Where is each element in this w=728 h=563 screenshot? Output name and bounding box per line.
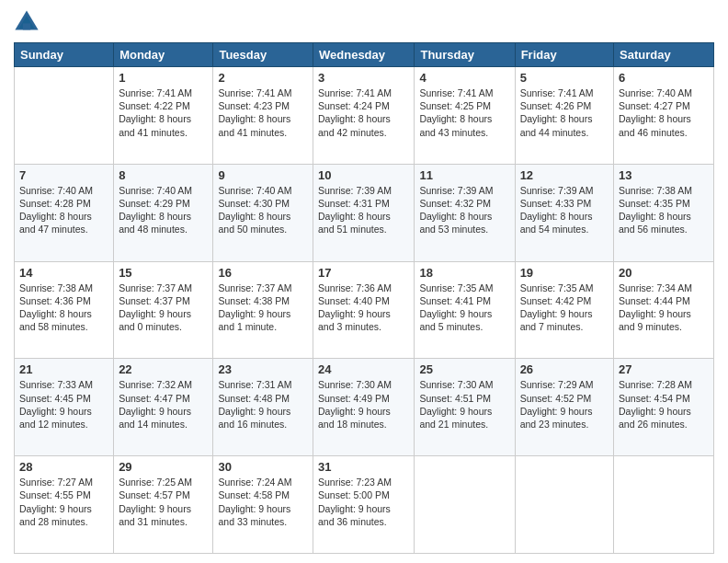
day-info: Sunrise: 7:27 AM Sunset: 4:55 PM Dayligh… [19,476,108,528]
day-info: Sunrise: 7:38 AM Sunset: 4:35 PM Dayligh… [619,184,709,236]
day-number: 30 [218,460,308,474]
day-number: 28 [19,460,108,474]
day-info: Sunrise: 7:35 AM Sunset: 4:42 PM Dayligh… [520,282,609,334]
calendar-cell: 31Sunrise: 7:23 AM Sunset: 5:00 PM Dayli… [313,456,415,554]
calendar-cell: 20Sunrise: 7:34 AM Sunset: 4:44 PM Dayli… [614,261,714,359]
day-info: Sunrise: 7:33 AM Sunset: 4:45 PM Dayligh… [19,378,108,431]
day-number: 15 [119,266,208,280]
calendar-cell [415,456,515,554]
calendar-cell: 27Sunrise: 7:28 AM Sunset: 4:54 PM Dayli… [614,359,714,456]
day-number: 6 [619,71,709,85]
day-number: 17 [318,266,409,280]
calendar-cell: 13Sunrise: 7:38 AM Sunset: 4:35 PM Dayli… [614,164,714,261]
day-info: Sunrise: 7:23 AM Sunset: 5:00 PM Dayligh… [318,476,409,528]
calendar-cell: 19Sunrise: 7:35 AM Sunset: 4:42 PM Dayli… [515,261,613,359]
day-number: 29 [119,460,208,474]
day-info: Sunrise: 7:41 AM Sunset: 4:25 PM Dayligh… [419,86,509,139]
day-info: Sunrise: 7:41 AM Sunset: 4:23 PM Dayligh… [218,86,308,139]
calendar-cell: 23Sunrise: 7:31 AM Sunset: 4:48 PM Dayli… [213,359,313,456]
day-number: 22 [119,362,208,376]
logo-icon [14,9,40,35]
calendar-cell: 12Sunrise: 7:39 AM Sunset: 4:33 PM Dayli… [515,164,613,261]
day-number: 1 [119,71,208,85]
day-info: Sunrise: 7:32 AM Sunset: 4:47 PM Dayligh… [119,378,208,431]
calendar-cell: 14Sunrise: 7:38 AM Sunset: 4:36 PM Dayli… [15,261,114,359]
day-info: Sunrise: 7:37 AM Sunset: 4:37 PM Dayligh… [119,282,208,334]
day-number: 2 [218,71,308,85]
day-number: 7 [19,168,108,182]
calendar-cell: 24Sunrise: 7:30 AM Sunset: 4:49 PM Dayli… [313,359,415,456]
calendar-cell: 30Sunrise: 7:24 AM Sunset: 4:58 PM Dayli… [213,456,313,554]
calendar-cell: 28Sunrise: 7:27 AM Sunset: 4:55 PM Dayli… [15,456,114,554]
day-number: 12 [520,168,609,182]
calendar-header-sunday: Sunday [15,43,114,67]
day-info: Sunrise: 7:40 AM Sunset: 4:28 PM Dayligh… [19,184,108,236]
calendar-header-monday: Monday [114,43,213,67]
calendar-cell: 21Sunrise: 7:33 AM Sunset: 4:45 PM Dayli… [15,359,114,456]
day-number: 4 [419,71,509,85]
day-info: Sunrise: 7:24 AM Sunset: 4:58 PM Dayligh… [218,476,308,528]
calendar-week-row: 7Sunrise: 7:40 AM Sunset: 4:28 PM Daylig… [15,164,714,261]
day-number: 5 [520,71,609,85]
day-info: Sunrise: 7:31 AM Sunset: 4:48 PM Dayligh… [218,378,308,431]
calendar-cell: 7Sunrise: 7:40 AM Sunset: 4:28 PM Daylig… [15,164,114,261]
calendar-header-tuesday: Tuesday [213,43,313,67]
calendar-cell: 22Sunrise: 7:32 AM Sunset: 4:47 PM Dayli… [114,359,213,456]
day-number: 10 [318,168,409,182]
day-info: Sunrise: 7:39 AM Sunset: 4:31 PM Dayligh… [318,184,409,236]
calendar-cell: 3Sunrise: 7:41 AM Sunset: 4:24 PM Daylig… [313,67,415,165]
calendar-cell: 8Sunrise: 7:40 AM Sunset: 4:29 PM Daylig… [114,164,213,261]
day-number: 14 [19,266,108,280]
calendar-week-row: 1Sunrise: 7:41 AM Sunset: 4:22 PM Daylig… [15,67,714,165]
calendar-header-wednesday: Wednesday [313,43,415,67]
day-number: 27 [619,362,709,376]
calendar-cell: 6Sunrise: 7:40 AM Sunset: 4:27 PM Daylig… [614,67,714,165]
day-number: 19 [520,266,609,280]
page: SundayMondayTuesdayWednesdayThursdayFrid… [0,0,728,563]
calendar-cell: 25Sunrise: 7:30 AM Sunset: 4:51 PM Dayli… [415,359,515,456]
calendar-header-row: SundayMondayTuesdayWednesdayThursdayFrid… [15,43,714,67]
day-number: 20 [619,266,709,280]
calendar-week-row: 28Sunrise: 7:27 AM Sunset: 4:55 PM Dayli… [15,456,714,554]
day-number: 23 [218,362,308,376]
calendar-week-row: 14Sunrise: 7:38 AM Sunset: 4:36 PM Dayli… [15,261,714,359]
calendar-header-friday: Friday [515,43,613,67]
calendar-cell [515,456,613,554]
day-number: 13 [619,168,709,182]
day-number: 8 [119,168,208,182]
day-info: Sunrise: 7:25 AM Sunset: 4:57 PM Dayligh… [119,476,208,528]
header [14,9,714,35]
day-info: Sunrise: 7:41 AM Sunset: 4:22 PM Dayligh… [119,86,208,139]
calendar-header-thursday: Thursday [415,43,515,67]
day-info: Sunrise: 7:41 AM Sunset: 4:24 PM Dayligh… [318,86,409,139]
day-number: 18 [419,266,509,280]
day-info: Sunrise: 7:40 AM Sunset: 4:29 PM Dayligh… [119,184,208,236]
day-number: 3 [318,71,409,85]
day-number: 31 [318,460,409,474]
calendar-cell: 18Sunrise: 7:35 AM Sunset: 4:41 PM Dayli… [415,261,515,359]
calendar-cell: 26Sunrise: 7:29 AM Sunset: 4:52 PM Dayli… [515,359,613,456]
day-info: Sunrise: 7:40 AM Sunset: 4:30 PM Dayligh… [218,184,308,236]
day-info: Sunrise: 7:29 AM Sunset: 4:52 PM Dayligh… [520,378,609,431]
day-info: Sunrise: 7:36 AM Sunset: 4:40 PM Dayligh… [318,282,409,334]
day-number: 21 [19,362,108,376]
calendar-cell: 10Sunrise: 7:39 AM Sunset: 4:31 PM Dayli… [313,164,415,261]
calendar-header-saturday: Saturday [614,43,714,67]
day-info: Sunrise: 7:34 AM Sunset: 4:44 PM Dayligh… [619,282,709,334]
calendar-cell [614,456,714,554]
day-number: 11 [419,168,509,182]
day-info: Sunrise: 7:37 AM Sunset: 4:38 PM Dayligh… [218,282,308,334]
calendar-cell: 11Sunrise: 7:39 AM Sunset: 4:32 PM Dayli… [415,164,515,261]
calendar-cell: 29Sunrise: 7:25 AM Sunset: 4:57 PM Dayli… [114,456,213,554]
day-number: 25 [419,362,509,376]
calendar-cell: 16Sunrise: 7:37 AM Sunset: 4:38 PM Dayli… [213,261,313,359]
day-info: Sunrise: 7:40 AM Sunset: 4:27 PM Dayligh… [619,86,709,139]
calendar-cell: 17Sunrise: 7:36 AM Sunset: 4:40 PM Dayli… [313,261,415,359]
day-number: 9 [218,168,308,182]
day-info: Sunrise: 7:35 AM Sunset: 4:41 PM Dayligh… [419,282,509,334]
calendar-week-row: 21Sunrise: 7:33 AM Sunset: 4:45 PM Dayli… [15,359,714,456]
day-info: Sunrise: 7:30 AM Sunset: 4:51 PM Dayligh… [419,378,509,431]
calendar-cell: 2Sunrise: 7:41 AM Sunset: 4:23 PM Daylig… [213,67,313,165]
calendar-cell: 5Sunrise: 7:41 AM Sunset: 4:26 PM Daylig… [515,67,613,165]
calendar-cell: 4Sunrise: 7:41 AM Sunset: 4:25 PM Daylig… [415,67,515,165]
